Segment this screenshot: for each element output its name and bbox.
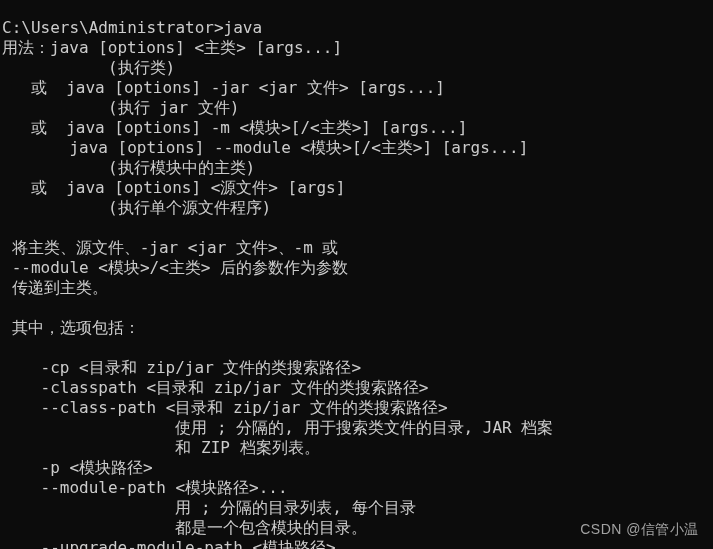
output-line: (执行 jar 文件) bbox=[2, 98, 239, 117]
output-line: (执行单个源文件程序) bbox=[2, 198, 271, 217]
output-line: --upgrade-module-path <模块路径>... bbox=[2, 538, 365, 549]
output-line: -p <模块路径> bbox=[2, 458, 153, 477]
output-line: 传递到主类。 bbox=[2, 278, 108, 297]
output-line: 或 java [options] -jar <jar 文件> [args...] bbox=[2, 78, 445, 97]
output-line: 其中，选项包括： bbox=[2, 318, 140, 337]
output-line: 或 java [options] <源文件> [args] bbox=[2, 178, 345, 197]
output-line: (执行模块中的主类) bbox=[2, 158, 255, 177]
output-line: --module-path <模块路径>... bbox=[2, 478, 288, 497]
output-line: (执行类) bbox=[2, 58, 175, 77]
output-line: --class-path <目录和 zip/jar 文件的类搜索路径> bbox=[2, 398, 448, 417]
watermark-text: CSDN @信管小温 bbox=[580, 521, 699, 539]
output-line: 用法：java [options] <主类> [args...] bbox=[2, 38, 342, 57]
output-line: 都是一个包含模块的目录。 bbox=[2, 518, 367, 537]
output-line: --module <模块>/<主类> 后的参数作为参数 bbox=[2, 258, 348, 277]
output-line: -classpath <目录和 zip/jar 文件的类搜索路径> bbox=[2, 378, 428, 397]
prompt-line: C:\Users\Administrator>java bbox=[2, 18, 262, 37]
output-line: 和 ZIP 档案列表。 bbox=[2, 438, 320, 457]
output-line: 用 ; 分隔的目录列表, 每个目录 bbox=[2, 498, 416, 517]
output-line: 将主类、源文件、-jar <jar 文件>、-m 或 bbox=[2, 238, 339, 257]
terminal-output[interactable]: C:\Users\Administrator>java 用法：java [opt… bbox=[0, 16, 713, 549]
output-line: -cp <目录和 zip/jar 文件的类搜索路径> bbox=[2, 358, 361, 377]
output-line: 或 java [options] -m <模块>[/<主类>] [args...… bbox=[2, 118, 467, 137]
output-line: java [options] --module <模块>[/<主类>] [arg… bbox=[2, 138, 528, 157]
output-line: 使用 ; 分隔的, 用于搜索类文件的目录, JAR 档案 bbox=[2, 418, 553, 437]
